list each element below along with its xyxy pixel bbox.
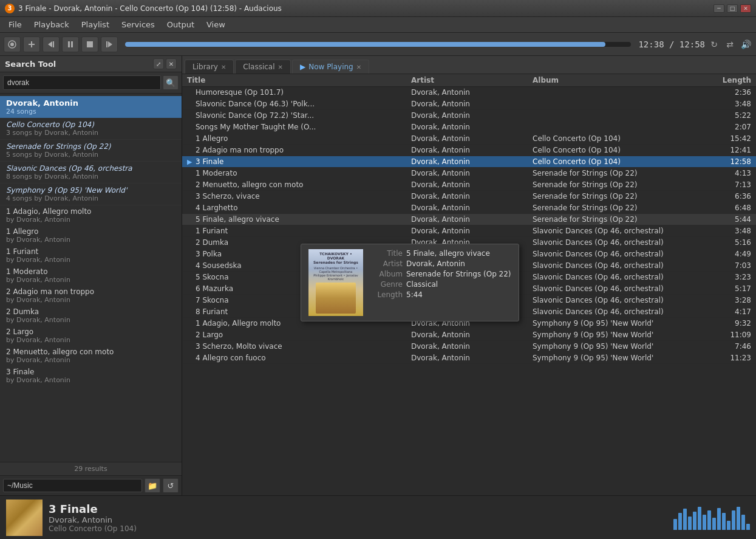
menu-view[interactable]: View [200, 18, 231, 31]
next-button[interactable] [101, 36, 118, 52]
maximize-button[interactable]: □ [727, 4, 738, 13]
now-playing-info: 3 Finale Dvorak, Antonin Cello Concerto … [49, 503, 667, 533]
tooltip-genre-label: Genre [369, 280, 403, 289]
browse-button[interactable]: 📁 [145, 478, 160, 493]
search-panel: Search Tool ⤢ ✕ 🔍 Dvorak, Antonin 24 son… [0, 56, 182, 495]
refresh-button[interactable]: ↺ [163, 478, 179, 493]
detach-button[interactable]: ⤢ [153, 58, 164, 69]
tooltip-artist-value: Dvorak, Antonin [406, 259, 511, 268]
table-row[interactable]: 4 Allegro con fuoco Dvorak, Antonin Symp… [182, 352, 756, 364]
album-result-symphony[interactable]: Symphony 9 (Op 95) 'New World' 4 songs b… [0, 184, 182, 205]
svg-marker-4 [48, 41, 52, 47]
repeat-button[interactable]: ↻ [707, 38, 721, 51]
tab-classical[interactable]: Classical ✕ [235, 60, 291, 74]
now-playing-title: 3 Finale [49, 503, 667, 515]
tab-library[interactable]: Library ✕ [185, 60, 234, 74]
col-album[interactable]: Album [533, 76, 703, 84]
album-result-serenade[interactable]: Serenade for Strings (Op 22) 5 songs by … [0, 140, 182, 162]
search-tool-header: Search Tool ⤢ ✕ [0, 56, 182, 72]
open-button[interactable] [4, 36, 21, 52]
vis-bar [678, 513, 682, 530]
progress-fill [125, 42, 605, 47]
vis-bar [673, 519, 677, 530]
search-tool-controls: ⤢ ✕ [153, 58, 177, 69]
minimize-button[interactable]: ─ [713, 4, 724, 13]
vis-bar [707, 510, 711, 530]
song-result[interactable]: 1 Allegro by Dvorak, Antonin [0, 225, 182, 245]
svg-rect-10 [106, 41, 107, 47]
table-row[interactable]: 1 Furiant Dvorak, Antonin Slavonic Dance… [182, 225, 756, 237]
album-result-slavonic[interactable]: Slavonic Dances (Op 46, orchestra 8 song… [0, 162, 182, 184]
table-row[interactable]: 2 Adagio ma non troppo Dvorak, Antonin C… [182, 145, 756, 156]
svg-rect-8 [87, 41, 93, 47]
table-row[interactable]: Songs My Mother Taught Me (O... Dvorak, … [182, 122, 756, 133]
album-info: 8 songs by Dvorak, Antonin [6, 173, 175, 180]
col-artist[interactable]: Artist [411, 76, 533, 84]
song-result[interactable]: 2 Adagio ma non troppo by Dvorak, Antoni… [0, 286, 182, 306]
shuffle-button[interactable]: ⇄ [723, 38, 737, 51]
menu-output[interactable]: Output [161, 18, 200, 31]
search-results-count: 29 results [0, 462, 182, 475]
menu-playback[interactable]: Playback [28, 18, 75, 31]
volume-button[interactable]: 🔊 [739, 38, 752, 51]
time-display: 12:38 / 12:58 [638, 39, 705, 49]
add-button[interactable] [23, 36, 40, 52]
table-row[interactable]: 1 Moderato Dvorak, Antonin Serenade for … [182, 168, 756, 179]
search-input-row: 🔍 [0, 72, 182, 94]
tooltip-title-value: 5 Finale, allegro vivace [406, 249, 511, 258]
prev-button[interactable] [43, 36, 60, 52]
song-result[interactable]: 1 Adagio, Allegro molto by Dvorak, Anton… [0, 205, 182, 225]
song-result[interactable]: 2 Menuetto, allegro con moto by Dvorak, … [0, 346, 182, 366]
close-library-tab[interactable]: ✕ [221, 64, 226, 70]
table-row[interactable]: 2 Largo Dvorak, Antonin Symphony 9 (Op 9… [182, 329, 756, 341]
album-name: Cello Concerto (Op 104) [6, 120, 175, 129]
table-row[interactable]: 4 Larghetto Dvorak, Antonin Serenade for… [182, 202, 756, 214]
menu-services[interactable]: Services [115, 18, 161, 31]
now-playing-album: Cello Concerto (Op 104) [49, 524, 667, 533]
table-row[interactable]: 2 Menuetto, allegro con moto Dvorak, Ant… [182, 179, 756, 191]
search-tool-title: Search Tool [5, 60, 56, 69]
close-now-playing-tab[interactable]: ✕ [356, 64, 361, 70]
window-controls: ─ □ ✕ [713, 4, 751, 13]
vis-bar [698, 507, 701, 530]
album-result-cello[interactable]: Cello Concerto (Op 104) 3 songs by Dvora… [0, 118, 182, 140]
close-search-button[interactable]: ✕ [166, 58, 177, 69]
close-button[interactable]: ✕ [740, 4, 751, 13]
tooltip-artist-label: Artist [369, 259, 403, 268]
song-result[interactable]: 2 Dumka by Dvorak, Antonin [0, 306, 182, 326]
visualizer [673, 506, 750, 530]
menu-playlist[interactable]: Playlist [75, 18, 115, 31]
path-input[interactable] [3, 479, 142, 492]
progress-bar[interactable] [125, 42, 631, 47]
search-input[interactable] [3, 75, 161, 90]
table-row[interactable]: Humoresque (Op 101.7) Dvorak, Antonin 2:… [182, 87, 756, 98]
menu-file[interactable]: File [2, 18, 28, 31]
clear-search-button[interactable]: 🔍 [163, 75, 179, 90]
table-row[interactable]: 3 Scherzo, vivace Dvorak, Antonin Serena… [182, 191, 756, 202]
table-row-playing[interactable]: ▶ 3 Finale Dvorak, Antonin Cello Concert… [182, 156, 756, 168]
table-row[interactable]: Slavonic Dance (Op 72.2) 'Star... Dvorak… [182, 110, 756, 122]
table-row[interactable]: 1 Allegro Dvorak, Antonin Cello Concerto… [182, 133, 756, 145]
vis-bar [722, 513, 726, 530]
col-title[interactable]: Title [187, 76, 411, 84]
stop-button[interactable] [81, 36, 98, 52]
now-playing-artist: Dvorak, Antonin [49, 515, 667, 524]
table-row[interactable]: 3 Scherzo, Molto vivace Dvorak, Antonin … [182, 341, 756, 352]
svg-point-1 [10, 43, 14, 46]
col-length[interactable]: Length [703, 76, 751, 84]
close-classical-tab[interactable]: ✕ [278, 64, 283, 70]
tooltip-genre-value: Classical [406, 280, 511, 289]
table-row-hover[interactable]: 5 Finale, allegro vivace Dvorak, Antonin… [182, 214, 756, 225]
song-result[interactable]: 1 Furiant by Dvorak, Antonin [0, 245, 182, 266]
song-result[interactable]: 1 Moderato by Dvorak, Antonin [0, 266, 182, 286]
song-result[interactable]: 2 Largo by Dvorak, Antonin [0, 326, 182, 346]
svg-rect-5 [53, 41, 54, 47]
table-row[interactable]: Slavonic Dance (Op 46.3) 'Polk... Dvorak… [182, 98, 756, 110]
album-name: Slavonic Dances (Op 46, orchestra [6, 164, 175, 173]
pause-button[interactable] [62, 36, 79, 52]
app-icon: 3 [5, 4, 15, 13]
svg-rect-7 [71, 41, 73, 47]
song-result[interactable]: 3 Finale by Dvorak, Antonin [0, 366, 182, 386]
tab-now-playing[interactable]: ▶ Now Playing ✕ [292, 60, 369, 74]
artist-result[interactable]: Dvorak, Antonin 24 songs [0, 96, 182, 118]
